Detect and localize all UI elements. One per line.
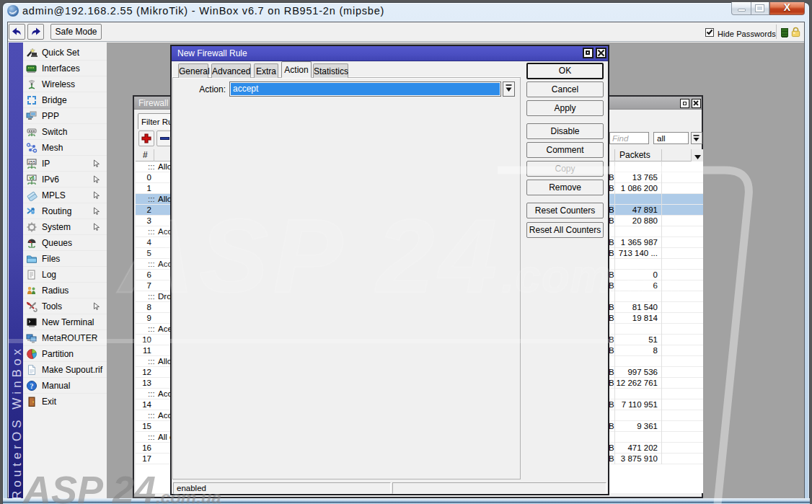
svg-text:255: 255 [28, 160, 36, 164]
svg-text:?: ? [30, 381, 34, 389]
svg-text:v6: v6 [29, 175, 35, 180]
